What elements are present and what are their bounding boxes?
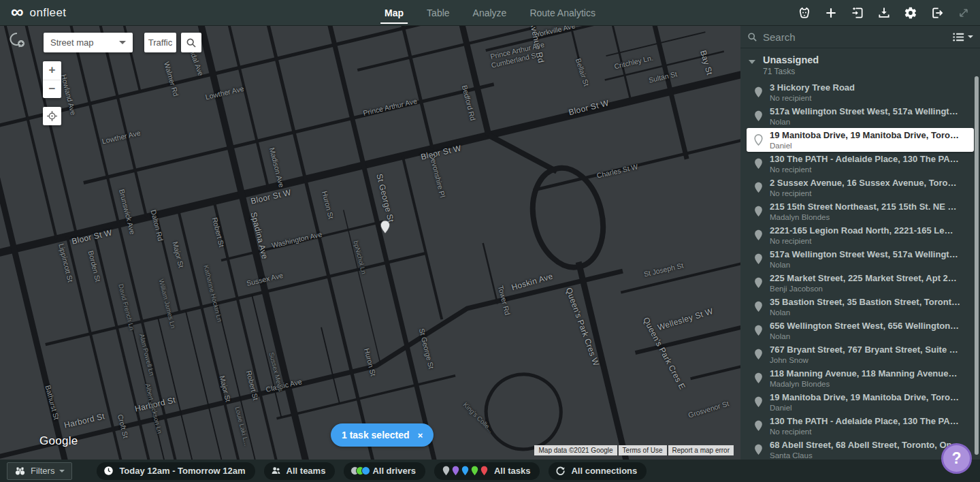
map-roads bbox=[0, 26, 740, 460]
task-recipient: Benji Jacobson bbox=[770, 284, 957, 293]
search-icon bbox=[747, 32, 757, 42]
clock-icon bbox=[103, 466, 114, 476]
map-type-dropdown[interactable]: Street map bbox=[44, 33, 133, 52]
task-pin-icon bbox=[754, 253, 763, 265]
filter-pill-all-connections[interactable]: All connections bbox=[549, 462, 647, 480]
task-list-item[interactable]: 130 The PATH - Adelaide Place, 130 The P… bbox=[740, 414, 980, 438]
task-title: 19 Manitoba Drive, 19 Manitoba Drive, To… bbox=[770, 392, 959, 403]
filter-pill-all-teams[interactable]: All teams bbox=[264, 462, 336, 480]
task-list-item[interactable]: 3 Hickory Tree Road No recipient bbox=[740, 80, 980, 104]
task-list-item[interactable]: 2 Sussex Avenue, 16 Sussex Avenue, Toro…… bbox=[740, 176, 980, 199]
task-title: 35 Bastion Street, 35 Bastion Street, To… bbox=[770, 297, 960, 308]
pill-label: All tasks bbox=[494, 466, 530, 476]
task-title: 130 The PATH - Adelaide Place, 130 The P… bbox=[770, 154, 959, 165]
task-list-item[interactable]: 517a Wellington Street West, 517a Wellin… bbox=[740, 104, 980, 128]
sidebar-search-row bbox=[740, 26, 980, 48]
task-map-pin[interactable] bbox=[380, 220, 391, 236]
google-logo: Google bbox=[39, 434, 78, 448]
filter-pill-today-12am---tomorrow-12am[interactable]: Today 12am - Tomorrow 12am bbox=[97, 462, 255, 480]
pill-label: All connections bbox=[571, 466, 637, 476]
task-list-item[interactable]: 2221-165 Legion Road North, 2221-165 Le…… bbox=[740, 223, 980, 247]
export-icon[interactable] bbox=[877, 6, 891, 20]
group-name: Unassigned bbox=[763, 54, 980, 65]
task-pin-icon bbox=[754, 372, 763, 384]
task-list-item[interactable]: 35 Bastion Street, 35 Bastion Street, To… bbox=[740, 295, 980, 319]
task-title: 656 Wellington Street West, 656 Wellingt… bbox=[770, 321, 959, 332]
task-recipient: Nolan bbox=[770, 332, 959, 341]
drivers-icon bbox=[350, 466, 367, 475]
tab-route-analytics[interactable]: Route Analytics bbox=[529, 0, 595, 26]
locate-me-button[interactable] bbox=[43, 107, 61, 125]
sort-options-button[interactable] bbox=[953, 32, 973, 42]
clear-selection-icon[interactable]: × bbox=[418, 430, 423, 440]
task-list-item[interactable]: 19 Manitoba Drive, 19 Manitoba Drive, To… bbox=[740, 390, 980, 414]
task-title: 3 Hickory Tree Road bbox=[770, 82, 855, 93]
task-pin-icon bbox=[754, 229, 763, 241]
task-pin-icon bbox=[754, 206, 763, 217]
nav-tabs: MapTableAnalyzeRoute Analytics bbox=[385, 0, 595, 26]
task-list-item[interactable]: 118 Manning Avenue, 118 Manning Avenue… … bbox=[740, 366, 980, 390]
task-title: 767 Bryant Street, 767 Bryant Street, Su… bbox=[770, 344, 958, 355]
chat-add-icon[interactable] bbox=[7, 30, 27, 50]
task-recipient: No recipient bbox=[770, 93, 855, 103]
task-list-item[interactable]: 19 Manitoba Drive, 19 Manitoba Drive, To… bbox=[747, 128, 974, 152]
task-title: 118 Manning Avenue, 118 Manning Avenue… bbox=[770, 368, 957, 379]
task-title: 215 15th Street Northeast, 215 15th St. … bbox=[770, 202, 957, 212]
selection-pill-text: 1 task selected bbox=[342, 430, 410, 440]
tab-analyze[interactable]: Analyze bbox=[473, 0, 507, 26]
task-list-item[interactable]: 517a Wellington Street West, 517a Wellin… bbox=[740, 247, 980, 271]
map-search-button[interactable] bbox=[181, 33, 201, 52]
sidebar-scrollbar[interactable] bbox=[975, 76, 979, 455]
chevron-down-icon bbox=[59, 470, 65, 472]
task-list-item[interactable]: 767 Bryant Street, 767 Bryant Street, Su… bbox=[740, 342, 980, 366]
zoom-in-button[interactable]: + bbox=[43, 61, 61, 80]
task-recipient: John Snow bbox=[770, 355, 958, 365]
settings-icon[interactable] bbox=[904, 6, 917, 20]
filter-pill-all-drivers[interactable]: All drivers bbox=[344, 462, 425, 480]
task-list-item[interactable]: 656 Wellington Street West, 656 Wellingt… bbox=[740, 319, 980, 342]
attribution-link[interactable]: Map data ©2021 Google bbox=[534, 445, 617, 455]
filter-pill-all-tasks[interactable]: All tasks bbox=[434, 462, 540, 480]
task-pin-icon bbox=[754, 349, 763, 360]
create-task-icon[interactable] bbox=[824, 6, 838, 20]
import-tasks-icon[interactable] bbox=[851, 6, 864, 20]
onfleet-logo[interactable]: ∞ onfleet bbox=[11, 6, 66, 20]
map-canvas[interactable]: Bloor St WBloor St WBloor St WBloor St W… bbox=[0, 26, 740, 460]
filters-button[interactable]: Filters bbox=[7, 462, 72, 480]
pill-label: All teams bbox=[287, 466, 326, 476]
task-pin-icon bbox=[754, 134, 763, 146]
task-pin-icon bbox=[754, 444, 763, 455]
zoom-out-button[interactable]: − bbox=[43, 80, 61, 99]
filters-label: Filters bbox=[31, 466, 54, 476]
task-recipient: Madalyn Blondes bbox=[770, 379, 957, 389]
tasks-icon bbox=[441, 466, 489, 476]
search-input[interactable] bbox=[763, 31, 953, 43]
task-pin-icon bbox=[754, 301, 763, 312]
task-list-item[interactable]: 225 Market Street, 225 Market Street, Ap… bbox=[740, 271, 980, 295]
tab-table[interactable]: Table bbox=[427, 0, 449, 26]
task-recipient: Nolan bbox=[770, 260, 958, 270]
traffic-button[interactable]: Traffic bbox=[144, 33, 176, 52]
top-navigation-bar: ∞ onfleet MapTableAnalyzeRoute Analytics bbox=[0, 0, 980, 26]
logout-icon[interactable] bbox=[930, 6, 944, 20]
map-attribution: Map data ©2021 GoogleTerms of UseReport … bbox=[534, 445, 734, 455]
filter-bar: Filters Today 12am - Tomorrow 12amAll te… bbox=[0, 460, 980, 482]
courier-icon[interactable] bbox=[798, 6, 811, 20]
attribution-link[interactable]: Report a map error bbox=[668, 445, 734, 455]
task-list-item[interactable]: 130 The PATH - Adelaide Place, 130 The P… bbox=[740, 152, 980, 176]
map-type-value: Street map bbox=[50, 37, 94, 48]
crosshair-icon bbox=[46, 110, 58, 122]
task-title: 517a Wellington Street West, 517a Wellin… bbox=[770, 106, 958, 117]
attribution-link[interactable]: Terms of Use bbox=[619, 445, 667, 455]
tab-map[interactable]: Map bbox=[385, 0, 404, 26]
collapse-caret-icon[interactable] bbox=[749, 60, 755, 64]
task-list-item[interactable]: 215 15th Street Northeast, 215 15th St. … bbox=[740, 199, 980, 223]
search-icon bbox=[186, 37, 197, 48]
resize-icon[interactable] bbox=[957, 6, 970, 20]
task-group-header[interactable]: Unassigned 71 Tasks bbox=[740, 48, 980, 80]
help-button[interactable]: ? bbox=[941, 443, 972, 474]
map-zoom-control: + − bbox=[43, 61, 61, 98]
teams-icon bbox=[271, 466, 281, 476]
task-title: 130 The PATH - Adelaide Place, 130 The P… bbox=[770, 416, 959, 427]
binoculars-icon bbox=[14, 466, 26, 476]
